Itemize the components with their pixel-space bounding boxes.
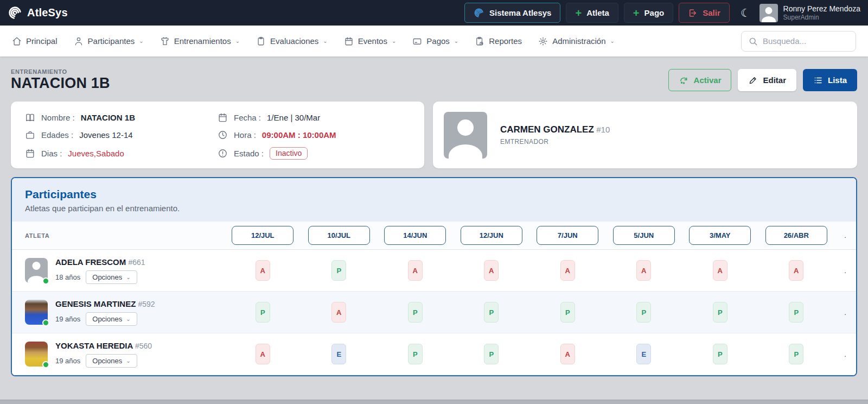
attendance-badge[interactable]: P [408, 344, 423, 364]
lista-button[interactable]: Lista [803, 69, 857, 91]
attendance-badge[interactable]: E [331, 344, 346, 364]
nav-item-administracion[interactable]: Administración ⌄ [538, 36, 615, 46]
attendance-badge[interactable]: P [713, 302, 727, 323]
attendance-cell: P [758, 302, 835, 323]
dark-mode-moon-icon[interactable]: ☾ [741, 7, 751, 20]
participants-title: Participantes [25, 188, 843, 201]
refresh-icon [679, 75, 689, 85]
participants-section: Participantes Atletas que participan en … [11, 177, 857, 376]
date-column-header: 10/JUL [301, 226, 378, 245]
date-button[interactable]: 7/JUN [537, 226, 598, 245]
info-dias: Dias : Jueves,Sabado [25, 147, 218, 160]
date-button[interactable]: 10/JUL [308, 226, 370, 245]
date-column-header: 12/JUN [454, 226, 530, 245]
add-pago-button[interactable]: + Pago [624, 3, 673, 23]
opciones-dropdown[interactable]: Opciones ⌄ [86, 270, 137, 284]
add-atleta-button[interactable]: + Atleta [566, 3, 618, 23]
attendance-badge[interactable]: P [256, 302, 270, 323]
trainer-role: EMTRENADOR [500, 138, 610, 146]
page-kicker: ENTRENAMIENTO [11, 68, 110, 75]
attendance-badge[interactable]: A [408, 260, 423, 281]
opciones-label: Opciones [92, 315, 122, 323]
header-trailing-dot: . [834, 231, 856, 239]
attendance-badge[interactable]: A [789, 260, 803, 281]
date-button[interactable]: 14/JUN [384, 226, 446, 245]
search-icon [748, 36, 758, 46]
search-box[interactable] [741, 31, 856, 52]
sistema-atlesys-button[interactable]: Sistema Atlesys [464, 3, 561, 23]
salir-button[interactable]: Salir [679, 3, 730, 23]
search-input[interactable] [763, 36, 849, 46]
table-body: ADELA FRESCOM #661 18 años Opciones ⌄ AP… [12, 250, 856, 375]
row-trailing-dot: . [834, 267, 856, 275]
attendance-badge[interactable]: P [484, 302, 499, 323]
book-icon [25, 112, 35, 123]
nav-item-eventos[interactable]: Eventos ⌄ [344, 36, 397, 46]
attendance-cell: E [301, 344, 378, 364]
attendance-badge[interactable]: A [560, 344, 575, 364]
attendance-badge[interactable]: P [789, 302, 803, 323]
table-header-row: ATLETA 12/JUL 10/JUL 14/JUN 12/JUN 7/JUN… [12, 222, 856, 250]
trainer-avatar [444, 112, 487, 159]
info-edades: Edades : Jovenes 12-14 [25, 130, 218, 140]
date-button[interactable]: 12/JUL [232, 226, 293, 245]
date-button[interactable]: 26/ABR [765, 226, 827, 245]
edades-value: Jovenes 12-14 [79, 130, 132, 140]
attendance-cell: P [454, 344, 530, 364]
attendance-badge[interactable]: A [256, 344, 270, 364]
row-trailing-dot: . [834, 350, 856, 358]
date-button[interactable]: 3/MAY [689, 226, 751, 245]
attendance-cell: A [454, 260, 530, 281]
horizontal-scrollbar[interactable] [0, 400, 868, 404]
calendar-icon [344, 36, 354, 46]
date-button[interactable]: 12/JUN [461, 226, 522, 245]
attendance-badge[interactable]: E [636, 344, 651, 364]
attendance-badge[interactable]: P [331, 260, 346, 281]
pencil-icon [748, 75, 758, 85]
chevron-down-icon: ⌄ [139, 38, 143, 44]
table-row: ADELA FRESCOM #661 18 años Opciones ⌄ AP… [12, 250, 856, 292]
attendance-badge[interactable]: P [408, 302, 423, 323]
date-column-header: 12/JUL [225, 226, 301, 245]
table-row: YOKASTA HEREDIA #560 19 años Opciones ⌄ … [12, 333, 856, 375]
date-button[interactable]: 5/JUN [613, 226, 675, 245]
attendance-badge[interactable]: A [484, 260, 499, 281]
nav-item-participantes[interactable]: Participantes ⌄ [74, 36, 144, 46]
list-icon [813, 75, 823, 85]
opciones-dropdown[interactable]: Opciones ⌄ [86, 354, 137, 368]
attendance-badge[interactable]: A [713, 260, 727, 281]
attendance-badge[interactable]: P [636, 302, 651, 323]
estado-badge: Inactivo [270, 147, 308, 160]
athlete-cell: GENESIS MARTINEZ #592 19 años Opciones ⌄ [12, 299, 225, 326]
nav-item-entrenamientos[interactable]: Entrenamientos ⌄ [160, 36, 240, 46]
online-status-dot [42, 361, 49, 368]
user-avatar[interactable] [760, 4, 778, 22]
activar-button[interactable]: Activar [668, 69, 732, 91]
attendance-badge[interactable]: P [560, 302, 575, 323]
nav-item-pagos[interactable]: Pagos ⌄ [412, 36, 458, 46]
nav-item-principal[interactable]: Principal [12, 36, 58, 46]
opciones-dropdown[interactable]: Opciones ⌄ [86, 312, 137, 326]
trainer-card: CARMEN GONZALEZ #10 EMTRENADOR [433, 102, 857, 168]
nav-item-reportes[interactable]: Reportes [475, 36, 522, 46]
attendance-badge[interactable]: P [713, 344, 727, 364]
attendance-badge[interactable]: A [636, 260, 651, 281]
trainer-name: CARMEN GONZALEZ [500, 124, 594, 135]
attendance-cell: A [758, 260, 835, 281]
attendance-cell: P [606, 302, 682, 323]
attendance-cell: P [682, 302, 758, 323]
attendance-badge[interactable]: P [484, 344, 499, 364]
date-column-header: 26/ABR [758, 226, 835, 245]
attendance-badge[interactable]: A [256, 260, 270, 281]
attendance-cell: A [606, 260, 682, 281]
attendance-badge[interactable]: A [331, 302, 346, 323]
chevron-down-icon: ⌄ [392, 38, 396, 44]
system-logo-icon [474, 8, 484, 18]
page-title: NATACION 1B [11, 75, 110, 92]
editar-button[interactable]: Editar [738, 69, 796, 91]
attendance-badge[interactable]: P [789, 344, 803, 364]
attendance-badge[interactable]: A [560, 260, 575, 281]
info-fecha: Fecha : 1/Ene | 30/Mar [218, 112, 410, 123]
clock-icon [218, 130, 228, 140]
nav-item-evaluaciones[interactable]: Evaluaciones ⌄ [256, 36, 328, 46]
